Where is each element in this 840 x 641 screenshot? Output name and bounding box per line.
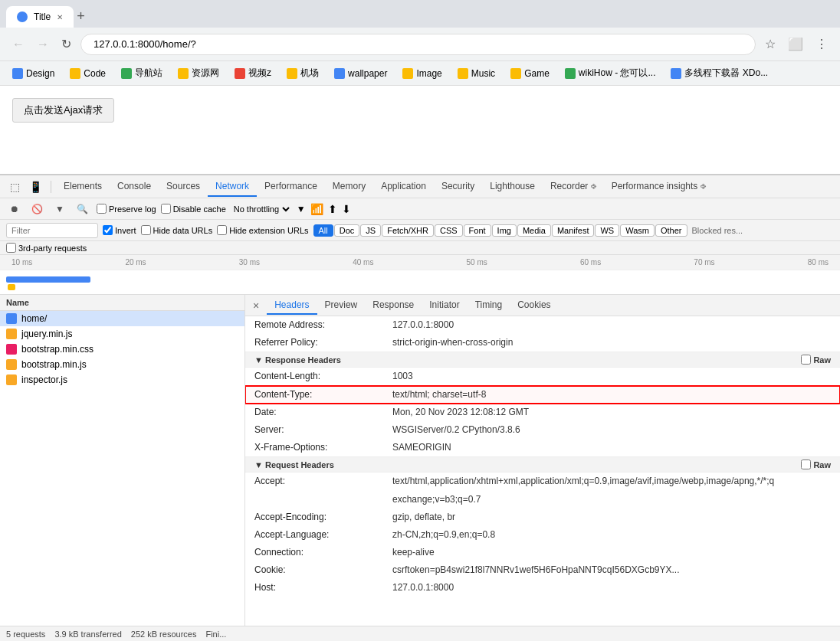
- inspect-element-icon[interactable]: ⬚: [6, 178, 24, 195]
- devtools-tab-performance[interactable]: Performance: [257, 177, 325, 197]
- filter-type-manifest[interactable]: Manifest: [552, 224, 595, 237]
- devtools-tab-security[interactable]: Security: [434, 177, 482, 197]
- filter-type-media[interactable]: Media: [517, 224, 551, 237]
- filter-input[interactable]: [6, 223, 98, 238]
- file-list-item[interactable]: bootstrap.min.js: [0, 357, 244, 372]
- file-name: jquery.min.js: [21, 329, 72, 339]
- bookmark-item[interactable]: wikiHow - 您可以...: [559, 64, 662, 82]
- bookmark-item[interactable]: 视频z: [228, 64, 277, 82]
- search-icon[interactable]: 🔍: [73, 201, 92, 217]
- filter-icon[interactable]: ▼: [51, 201, 68, 217]
- timeline-mark: 20 ms: [125, 258, 146, 267]
- third-party-label[interactable]: 3rd-party requests: [6, 243, 87, 253]
- invert-label[interactable]: Invert: [103, 225, 136, 235]
- finish-status: Fini...: [205, 630, 226, 639]
- bookmark-item[interactable]: Design: [6, 66, 61, 81]
- filter-type-doc[interactable]: Doc: [334, 224, 360, 237]
- bookmark-item[interactable]: wallpaper: [328, 66, 393, 81]
- filter-type-fetch/xhr[interactable]: Fetch/XHR: [382, 224, 434, 237]
- forward-button[interactable]: →: [34, 34, 52, 54]
- response-header-key: Server:: [254, 423, 392, 437]
- devtools-tab-elements[interactable]: Elements: [56, 177, 110, 197]
- devtools-tab-sources[interactable]: Sources: [159, 177, 208, 197]
- wifi-icon: 📶: [310, 203, 323, 215]
- bookmark-item[interactable]: 多线程下载器 XDo...: [664, 64, 774, 82]
- devtools-tab-performance-insights-⎆[interactable]: Performance insights ⎆: [604, 177, 714, 197]
- tab-close-button[interactable]: ✕: [57, 13, 63, 21]
- bookmark-item[interactable]: Music: [451, 66, 501, 81]
- devtools-tab-application[interactable]: Application: [373, 177, 434, 197]
- bookmark-favicon: [565, 68, 576, 79]
- request-raw-checkbox[interactable]: [801, 459, 811, 469]
- bookmark-item[interactable]: Game: [504, 66, 556, 81]
- hide-extension-urls-checkbox[interactable]: [217, 225, 227, 235]
- file-list-item[interactable]: jquery.min.js: [0, 326, 244, 342]
- filter-type-ws[interactable]: WS: [595, 224, 619, 237]
- third-party-checkbox[interactable]: [6, 243, 16, 253]
- rd-tab-initiator[interactable]: Initiator: [422, 296, 467, 315]
- bookmark-item[interactable]: Image: [396, 66, 448, 81]
- disable-cache-checkbox[interactable]: [161, 204, 171, 214]
- bookmark-item[interactable]: 资源网: [172, 64, 225, 82]
- response-raw-label[interactable]: Raw: [801, 355, 831, 365]
- devtools-tab-lighthouse[interactable]: Lighthouse: [482, 177, 543, 197]
- menu-button[interactable]: ⋮: [812, 34, 831, 54]
- file-icon: [6, 313, 17, 324]
- response-raw-checkbox[interactable]: [801, 355, 811, 365]
- devtools-tab-recorder-⎆[interactable]: Recorder ⎆: [543, 177, 604, 197]
- invert-checkbox[interactable]: [103, 225, 113, 235]
- rd-tab-timing[interactable]: Timing: [468, 296, 510, 315]
- hide-data-urls-checkbox[interactable]: [141, 225, 151, 235]
- rd-tab-response[interactable]: Response: [365, 296, 422, 315]
- device-toolbar-icon[interactable]: 📱: [25, 178, 46, 195]
- response-header-key: X-Frame-Options:: [254, 440, 392, 455]
- file-list-item[interactable]: bootstrap.min.css: [0, 342, 244, 357]
- request-header-value: keep-alive: [392, 545, 831, 560]
- request-headers-section-title[interactable]: ▼ Request Headers Raw: [245, 456, 840, 473]
- file-list-item[interactable]: inspector.js: [0, 372, 244, 388]
- filter-type-all[interactable]: All: [313, 224, 333, 237]
- filter-type-font[interactable]: Font: [464, 224, 491, 237]
- bookmark-item[interactable]: Code: [64, 66, 112, 81]
- ajax-button[interactable]: 点击发送Ajax请求: [12, 98, 114, 123]
- filter-type-css[interactable]: CSS: [435, 224, 463, 237]
- rd-tab-headers[interactable]: Headers: [267, 296, 317, 315]
- request-header-key: Connection:: [254, 545, 392, 560]
- bookmark-item[interactable]: 机场: [281, 64, 325, 82]
- request-header-value: 127.0.0.1:8000: [392, 580, 831, 595]
- filter-type-other[interactable]: Other: [655, 224, 687, 237]
- response-headers-section-title[interactable]: ▼ Response Headers Raw: [245, 352, 840, 368]
- reload-button[interactable]: ↻: [58, 34, 74, 54]
- clear-button[interactable]: 🚫: [28, 201, 47, 217]
- extensions-button[interactable]: ⬜: [785, 34, 806, 54]
- filter-type-wasm[interactable]: Wasm: [620, 224, 655, 237]
- preserve-log-label[interactable]: Preserve log: [97, 204, 156, 214]
- file-icon: [6, 359, 17, 370]
- new-tab-button[interactable]: +: [74, 5, 88, 28]
- request-raw-label[interactable]: Raw: [801, 459, 831, 469]
- third-party-bar: 3rd-party requests: [0, 241, 840, 255]
- throttling-select[interactable]: No throttling: [231, 204, 292, 214]
- back-button[interactable]: ←: [9, 34, 28, 54]
- file-list-item[interactable]: home/: [0, 311, 244, 326]
- devtools-tab-memory[interactable]: Memory: [325, 177, 373, 197]
- preserve-log-checkbox[interactable]: [97, 204, 107, 214]
- timeline-content: [0, 270, 840, 294]
- hide-data-urls-label[interactable]: Hide data URLs: [141, 225, 213, 235]
- record-button[interactable]: ⏺: [6, 201, 23, 217]
- request-detail-close[interactable]: ×: [248, 297, 264, 314]
- browser-tab-active[interactable]: Title ✕: [6, 6, 74, 28]
- filter-type-img[interactable]: Img: [492, 224, 517, 237]
- hide-extension-urls-label[interactable]: Hide extension URLs: [217, 225, 308, 235]
- devtools-tab-console[interactable]: Console: [110, 177, 159, 197]
- browser-title-bar: Title ✕ +: [0, 0, 840, 28]
- address-input[interactable]: [80, 34, 756, 55]
- request-header-row: Host:127.0.0.1:8000: [245, 579, 840, 597]
- rd-tab-preview[interactable]: Preview: [317, 296, 366, 315]
- rd-tab-cookies[interactable]: Cookies: [510, 296, 558, 315]
- bookmark-item[interactable]: 导航站: [115, 64, 169, 82]
- disable-cache-label[interactable]: Disable cache: [161, 204, 226, 214]
- devtools-tab-network[interactable]: Network: [208, 177, 257, 197]
- filter-type-js[interactable]: JS: [360, 224, 381, 237]
- bookmark-button[interactable]: ☆: [762, 34, 779, 54]
